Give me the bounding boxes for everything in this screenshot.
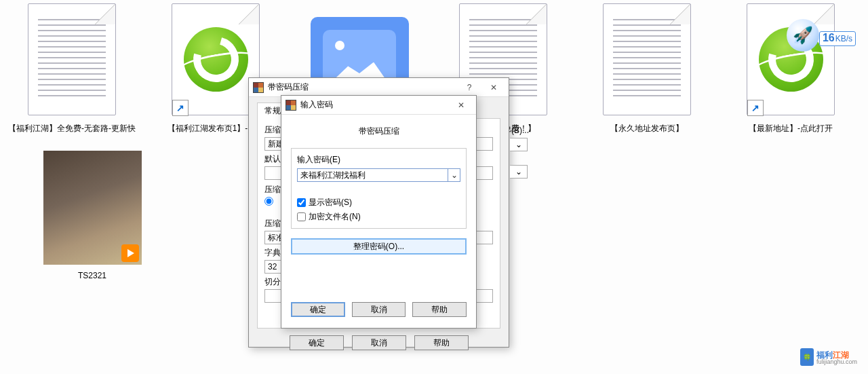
encrypt-filename-label: 加密文件名(N) [309, 211, 361, 223]
cancel-button[interactable]: 取消 [352, 335, 406, 350]
browse-button-partial[interactable]: (B)... [511, 126, 529, 135]
encrypt-filename-row[interactable]: 加密文件名(N) [297, 211, 460, 223]
file-txt-3[interactable]: 【永久地址发布页】 [575, 0, 719, 143]
organize-passwords-button[interactable]: 整理密码(O)... [291, 238, 467, 255]
play-icon [121, 244, 139, 262]
text-doc-icon [603, 3, 691, 115]
help-button[interactable]: 帮助 [414, 335, 469, 350]
encrypt-filename-checkbox[interactable] [297, 212, 306, 221]
method-radio[interactable] [264, 197, 273, 206]
file-label: TS2321 [78, 271, 106, 280]
video-thumbnail-icon [43, 151, 142, 265]
text-doc-icon [28, 3, 116, 115]
password-input[interactable] [297, 168, 448, 182]
watermark: 福利江湖 fulijianghu.com [800, 348, 857, 366]
ok-button[interactable]: 确定 [291, 302, 345, 317]
titlebar[interactable]: 输入密码 ✕ [281, 96, 476, 115]
shortcut-arrow-icon [747, 100, 764, 116]
password-dialog: 输入密码 ✕ 带密码压缩 输入密码(E) 显示密码(S) 加密文件名(N) 整理… [281, 95, 477, 329]
show-password-checkbox[interactable] [297, 198, 306, 207]
password-group: 输入密码(E) 显示密码(S) 加密文件名(N) [291, 148, 467, 229]
shortcut-arrow-icon [172, 100, 189, 116]
titlebar[interactable]: 带密码压缩 ? ✕ [249, 78, 509, 97]
cancel-button[interactable]: 取消 [352, 302, 406, 317]
password-label: 输入密码(E) [297, 154, 460, 166]
dialog-title: 带密码压缩 [268, 81, 457, 93]
browser-icon [184, 27, 248, 92]
file-video[interactable]: TS2321 [20, 148, 164, 291]
chevron-down-icon[interactable] [510, 138, 528, 151]
rocket-icon[interactable] [787, 19, 819, 52]
close-icon[interactable]: ✕ [481, 79, 506, 96]
dialog-title: 输入密码 [300, 99, 449, 111]
app-icon [285, 100, 296, 111]
file-label: 【福利江湖】全免费-无套路-更新快 [8, 123, 136, 134]
dialog-subtitle: 带密码压缩 [291, 126, 467, 137]
close-icon[interactable]: ✕ [449, 96, 473, 114]
app-icon [253, 82, 264, 93]
chevron-down-icon[interactable] [510, 165, 528, 179]
show-password-row[interactable]: 显示密码(S) [297, 197, 460, 208]
speed-badge: 16KB/s [819, 31, 856, 46]
file-txt-1[interactable]: 【福利江湖】全免费-无套路-更新快 [0, 0, 144, 143]
file-label: 【永久地址发布页】 [610, 123, 684, 134]
help-button[interactable]: ? [457, 79, 481, 96]
help-button[interactable]: 帮助 [412, 302, 467, 317]
watermark-url: fulijianghu.com [816, 359, 857, 365]
file-shortcut-2[interactable]: 【最新地址】-点此打开 [719, 0, 863, 143]
file-label: 【最新地址】-点此打开 [749, 123, 833, 134]
ok-button[interactable]: 确定 [290, 335, 344, 350]
watermark-logo-icon [800, 348, 814, 366]
show-password-label: 显示密码(S) [309, 197, 352, 208]
chevron-down-icon[interactable] [448, 168, 460, 182]
